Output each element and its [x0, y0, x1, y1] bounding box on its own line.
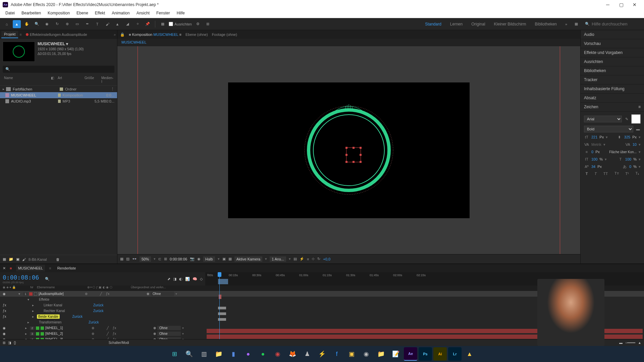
trash-icon[interactable]: 🗑 [56, 257, 60, 261]
toggle-switches-icon[interactable]: ⊞ [3, 341, 5, 345]
project-item-comp[interactable]: MUSICWHEEL Komposition 0:0... [0, 92, 117, 98]
flowchart-icon[interactable]: ⊹ [312, 257, 315, 261]
superscript-button[interactable]: T¹ [625, 172, 629, 176]
zoom-in-icon[interactable]: ▲ [638, 341, 641, 345]
minimize-button[interactable]: ─ [601, 0, 614, 9]
time-display[interactable]: 0:00:08:06 [170, 257, 187, 261]
eraser-tool[interactable]: ◢ [123, 20, 131, 28]
roi-icon[interactable]: ▣ [222, 257, 226, 261]
snapshot-icon[interactable]: 📷 [190, 257, 195, 261]
new-comp-icon[interactable]: ▣ [16, 257, 19, 261]
lightroom-taskbar[interactable]: Lr [448, 347, 462, 361]
leading[interactable]: 325 [624, 135, 630, 139]
close-button[interactable]: ✕ [628, 0, 641, 9]
footage-viewer-tab[interactable]: Footage (ohne) [212, 33, 237, 37]
orbit-tool[interactable]: ◉ [43, 20, 51, 28]
parent-dropdown[interactable]: Ohne [151, 292, 174, 296]
app-5[interactable]: ▣ [345, 347, 358, 361]
maximize-button[interactable]: ▢ [614, 0, 628, 9]
selection-tool[interactable]: ▲ [13, 20, 21, 28]
snap-toggle[interactable]: ▦ [159, 20, 167, 28]
font-weight[interactable]: Bold [584, 126, 633, 132]
toggle-3d[interactable]: 👓 [132, 257, 137, 261]
comp-viewer-tab[interactable]: ■ Komposition MUSICWHEEL ≡ [129, 33, 181, 37]
zoom-slider[interactable]: ○━━━━ [625, 341, 635, 345]
search-taskbar[interactable]: 🔍 [182, 347, 196, 361]
app-3[interactable]: ◉ [271, 347, 284, 361]
facebook[interactable]: f [330, 347, 343, 361]
project-item-audio[interactable]: AUDIO.mp3 MP3 5,5 MB 0:0... [0, 98, 117, 104]
whatsapp[interactable]: ● [256, 347, 270, 361]
interpret-icon[interactable]: ▦ [3, 257, 6, 261]
markers-icon[interactable]: ◇ [200, 277, 203, 281]
workspace-more[interactable]: » [562, 20, 570, 28]
project-tab[interactable]: Projekt [1, 31, 18, 38]
lock-icon[interactable]: 🔒 [120, 33, 125, 37]
current-time[interactable]: 0:00:08:06 [3, 274, 39, 281]
tracking[interactable]: 10 [633, 142, 637, 146]
font-family[interactable]: Arial [584, 116, 622, 122]
zoom-tool[interactable]: 🔍 [33, 20, 41, 28]
firefox[interactable]: 🦊 [286, 347, 299, 361]
home-button[interactable]: ⌂ [3, 20, 11, 28]
obs[interactable]: ◉ [360, 347, 373, 361]
app-1[interactable]: ▮ [227, 347, 240, 361]
grid-icon[interactable]: ⊞ [164, 257, 167, 261]
smallcaps-button[interactable]: Tᴛ [614, 171, 619, 176]
graph-editor[interactable]: 📊 [185, 277, 190, 281]
panel-audio[interactable]: Audio [581, 30, 644, 39]
baseline-shift[interactable]: 34 [591, 165, 595, 169]
start-button[interactable]: ⊞ [168, 347, 181, 361]
camera-select[interactable]: Aktive Kamera [234, 256, 263, 262]
shy-toggle[interactable]: ⬈ [167, 277, 170, 281]
menu-hilfe[interactable]: Hilfe [174, 9, 187, 18]
app-6[interactable]: ▲ [463, 347, 476, 361]
hscale[interactable]: 100 [625, 157, 631, 161]
workspace-standard[interactable]: Standard [422, 20, 445, 28]
pen-tool[interactable]: ✒ [83, 20, 91, 28]
app-2[interactable]: ● [241, 347, 255, 361]
zoom-select[interactable]: 50% [140, 256, 151, 262]
explorer[interactable]: 📁 [212, 347, 225, 361]
photoshop-taskbar[interactable]: Ps [419, 347, 432, 361]
mask-icon[interactable]: ▦ [120, 257, 123, 261]
zoom-out-icon[interactable]: ▬ [619, 341, 623, 345]
vscale[interactable]: 100 [591, 157, 597, 161]
exposure[interactable]: +0,0 [323, 257, 330, 261]
folder-2[interactable]: 📁 [374, 347, 388, 361]
menu-ebene[interactable]: Ebene [74, 9, 91, 18]
menu-effekt[interactable]: Effekt [92, 9, 108, 18]
workspace-menu[interactable]: ▦ [572, 20, 580, 28]
stamp-tool[interactable]: ▲ [113, 20, 121, 28]
composition-viewer[interactable] [117, 46, 580, 254]
panel-vorschau[interactable]: Vorschau [581, 39, 644, 48]
allcaps-button[interactable]: TT [603, 172, 608, 176]
italic-button[interactable]: T [594, 172, 597, 176]
switches-modes[interactable]: Schalter/Modi [109, 341, 129, 345]
refresh-icon[interactable]: ↻ [317, 257, 320, 261]
search-timeline[interactable]: 🔍 [45, 277, 50, 281]
comp-breadcrumb[interactable]: MUSICWHEEL [117, 39, 580, 46]
fill-color[interactable] [631, 114, 641, 124]
panel-content-aware[interactable]: Inhaltsbasierte Füllung [581, 84, 644, 94]
res-icon[interactable]: ⊏ [158, 257, 161, 261]
font-size[interactable]: 221 [591, 135, 597, 139]
views-select[interactable]: 1 Ans... [270, 256, 286, 262]
new-folder-icon[interactable]: 📁 [9, 257, 13, 261]
close-tab-icon[interactable]: ✕ [3, 266, 6, 270]
anchor-tool[interactable]: ⊕ [63, 20, 71, 28]
adjust-icon[interactable]: 🖌 [22, 257, 26, 261]
transparency-icon[interactable]: ▦ [228, 257, 232, 261]
layer-viewer-tab[interactable]: Ebene (ohne) [185, 33, 208, 37]
res-select[interactable]: Halb [203, 256, 215, 262]
text-tool[interactable]: T [93, 20, 101, 28]
app-4[interactable]: ♟ [301, 347, 314, 361]
hand-tool[interactable]: ✋ [23, 20, 31, 28]
motion-blur-toggle[interactable]: ◐ [179, 277, 182, 281]
effect-controls-tab[interactable]: Effekteinstellungen Audioamplitude [23, 31, 90, 38]
panel-zeichen[interactable]: Zeichen≡ [581, 103, 644, 112]
illustrator-taskbar[interactable]: Ai [433, 347, 447, 361]
workspace-kleiner[interactable]: Kleiner Bildschirm [491, 20, 530, 28]
toggle-alpha[interactable]: ▨ [126, 257, 129, 261]
help-search[interactable] [592, 21, 639, 26]
